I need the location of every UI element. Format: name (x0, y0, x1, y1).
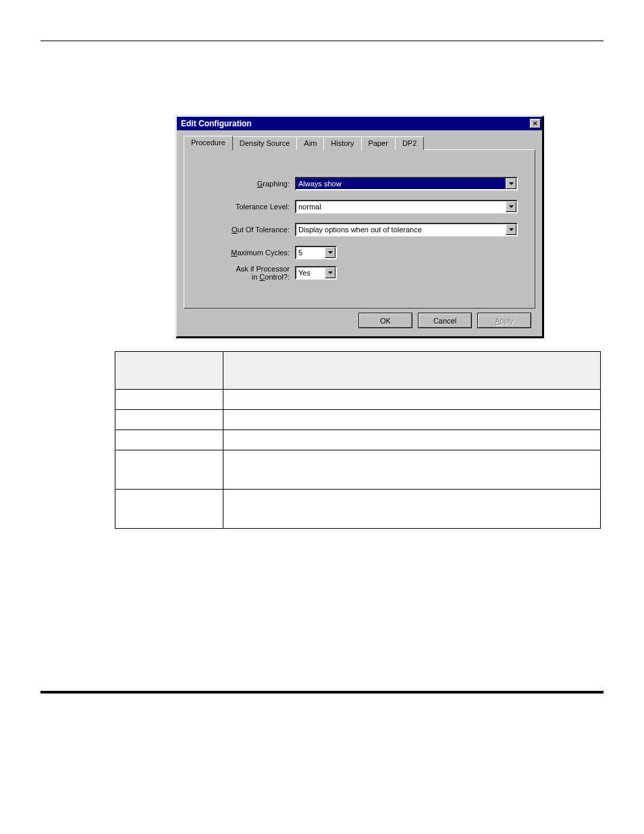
label-text: Tolerance Level: (236, 203, 290, 211)
table-cell (223, 410, 601, 430)
tab-history[interactable]: History (323, 136, 361, 150)
label-out-of-tolerance: Out Of Tolerance: (194, 226, 295, 234)
dropdown-button[interactable] (506, 178, 516, 189)
button-label: Cancel (433, 317, 456, 325)
close-button[interactable]: ✕ (530, 119, 541, 128)
label-graphing: Graphing: (194, 180, 295, 188)
table-header-cell (223, 352, 601, 390)
tab-paper[interactable]: Paper (361, 136, 396, 150)
svg-marker-1 (509, 205, 514, 208)
row-out-of-tolerance: Out Of Tolerance: Display options when o… (194, 223, 525, 236)
graphing-value: Always show (296, 178, 506, 189)
button-label: Apply (495, 317, 514, 325)
label-mnemonic: O (232, 226, 238, 234)
close-icon: ✕ (533, 121, 538, 127)
table-row (115, 450, 601, 490)
label-text: in (252, 273, 260, 281)
table-row (115, 430, 601, 450)
svg-marker-2 (509, 228, 514, 231)
table-cell (115, 450, 223, 490)
page-top-rule (41, 41, 603, 41)
tab-dp2[interactable]: DP2 (395, 136, 424, 150)
table-cell (223, 450, 601, 490)
table-row (115, 410, 601, 430)
dropdown-button[interactable] (325, 267, 336, 278)
label-text: ut Of Tolerance: (238, 226, 290, 234)
table-cell (115, 430, 223, 450)
tab-label: Paper (369, 139, 388, 147)
dialog-body: Procedure Density Source Aim History Pap… (177, 130, 542, 336)
label-mnemonic: M (231, 249, 237, 257)
tab-label: Aim (304, 139, 317, 147)
row-graphing: Graphing: Always show (194, 177, 525, 190)
tab-label: History (331, 139, 354, 147)
dropdown-button[interactable] (506, 224, 516, 235)
label-text: raphing: (263, 180, 290, 188)
tab-label: Density Source (240, 139, 290, 147)
row-tolerance: Tolerance Level: normal (194, 200, 525, 213)
chevron-down-icon (328, 271, 333, 274)
label-text: ontrol?: (265, 273, 290, 281)
table-cell (115, 390, 223, 410)
tabstrip: Procedure Density Source Aim History Pap… (184, 136, 535, 150)
tab-label: DP2 (402, 139, 417, 147)
max-cycles-value: 5 (296, 247, 325, 258)
tab-panel-procedure: Graphing: Always show Tolerance Level: (184, 149, 535, 309)
svg-marker-3 (328, 251, 333, 254)
max-cycles-combo[interactable]: 5 (295, 246, 337, 259)
edit-configuration-dialog: Edit Configuration ✕ Procedure Density S… (176, 115, 543, 338)
info-table (115, 351, 601, 529)
cancel-button[interactable]: Cancel (418, 313, 472, 328)
svg-marker-0 (509, 182, 514, 185)
dropdown-button[interactable] (506, 201, 516, 212)
chevron-down-icon (328, 251, 333, 254)
tab-procedure[interactable]: Procedure (184, 136, 233, 151)
label-mnemonic: G (257, 180, 263, 188)
page-bottom-rule (41, 691, 603, 694)
tolerance-combo[interactable]: normal (295, 200, 518, 213)
button-label: OK (380, 317, 391, 325)
table-header-row (115, 352, 601, 390)
chevron-down-icon (509, 182, 514, 185)
dialog-titlebar: Edit Configuration ✕ (177, 117, 542, 130)
graphing-combo[interactable]: Always show (295, 177, 518, 190)
label-tolerance: Tolerance Level: (194, 203, 295, 211)
table-header-cell (115, 352, 223, 390)
table-cell (115, 410, 223, 430)
table-cell (223, 390, 601, 410)
out-of-tolerance-value: Display options when out of tolerance (296, 224, 506, 235)
chevron-down-icon (509, 205, 514, 208)
svg-marker-4 (328, 271, 333, 274)
tab-density-source[interactable]: Density Source (232, 136, 298, 150)
tolerance-value: normal (296, 201, 506, 212)
ask-processor-combo[interactable]: Yes (295, 266, 337, 280)
apply-button[interactable]: Apply (477, 313, 531, 328)
table-row (115, 390, 601, 410)
ask-processor-value: Yes (296, 267, 325, 278)
dialog-title: Edit Configuration (181, 119, 252, 128)
dropdown-button[interactable] (325, 247, 336, 258)
row-ask-processor: Ask if Processor in Control?: Yes (194, 265, 525, 281)
table-cell (223, 430, 601, 450)
chevron-down-icon (509, 228, 514, 231)
table-cell (223, 490, 601, 529)
label-text: Ask if Processor (236, 265, 290, 273)
label-ask-processor: Ask if Processor in Control?: (194, 265, 295, 281)
label-text: aximum Cycles: (237, 249, 290, 257)
tab-label: Procedure (191, 138, 225, 147)
label-max-cycles: Maximum Cycles: (194, 249, 295, 257)
table-cell (115, 490, 223, 529)
ok-button[interactable]: OK (358, 313, 412, 328)
row-max-cycles: Maximum Cycles: 5 (194, 246, 525, 259)
out-of-tolerance-combo[interactable]: Display options when out of tolerance (295, 223, 518, 236)
tab-aim[interactable]: Aim (296, 136, 324, 150)
dialog-button-row: OK Cancel Apply (184, 309, 535, 330)
table-row (115, 490, 601, 529)
